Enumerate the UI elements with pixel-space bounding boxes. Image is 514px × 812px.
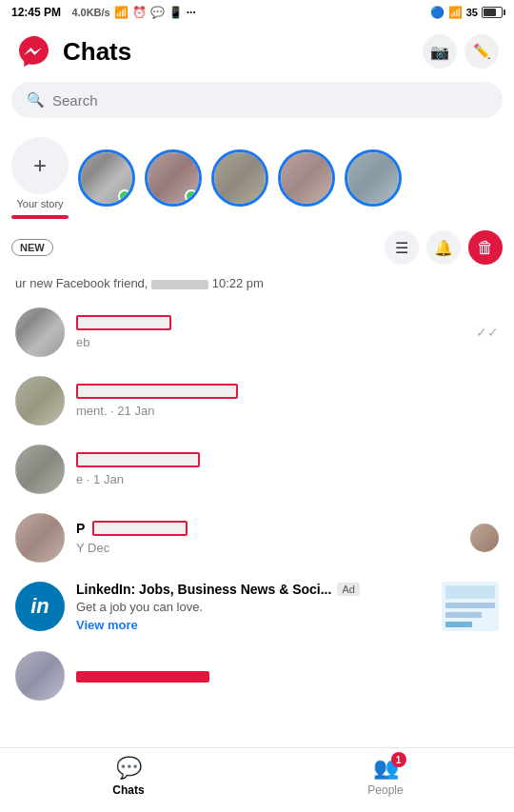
- chat-avatar: [15, 651, 65, 701]
- ad-info: LinkedIn: Jobs, Business News & Soci... …: [76, 582, 430, 632]
- redacted-chat-name: [76, 671, 209, 683]
- chat-avatar: [15, 376, 65, 426]
- redacted-chat-name: [76, 384, 238, 399]
- status-icons: 🔵 📶 35: [430, 6, 503, 19]
- chat-name-row: P: [76, 521, 459, 536]
- header-left: Chats: [15, 32, 131, 70]
- chat-info: eb: [76, 315, 465, 350]
- delete-icon: 🗑: [477, 238, 494, 258]
- search-bar[interactable]: 🔍: [11, 82, 503, 118]
- story-item[interactable]: [211, 149, 268, 207]
- story-avatar: [278, 149, 335, 207]
- chat-item[interactable]: P Y Dec: [8, 504, 506, 572]
- ad-image-svg: [442, 582, 499, 631]
- edit-button[interactable]: ✏️: [465, 34, 499, 69]
- delete-button[interactable]: 🗑: [468, 230, 503, 265]
- story-avatar: [145, 149, 202, 207]
- story-avatar: [78, 149, 135, 207]
- chats-icon: 💬: [116, 756, 142, 781]
- chat-meta: Y Dec: [76, 541, 109, 555]
- tab-chats[interactable]: 💬 Chats: [90, 756, 167, 797]
- header: Chats 📷 ✏️: [0, 25, 514, 82]
- people-badge: 1: [391, 752, 406, 767]
- your-story[interactable]: + Your story: [11, 137, 69, 219]
- tab-people[interactable]: 👥 1 People: [347, 756, 424, 797]
- chat-info: P Y Dec: [76, 521, 459, 556]
- svg-rect-4: [445, 612, 482, 618]
- story-item[interactable]: [78, 149, 135, 207]
- chat-meta: eb: [76, 335, 89, 349]
- chat-avatar: [15, 445, 65, 494]
- ad-item: in LinkedIn: Jobs, Business News & Soci.…: [8, 572, 506, 642]
- online-indicator: [118, 189, 131, 203]
- filter-icon: ☰: [395, 239, 408, 257]
- chat-info: e · 1 Jan: [76, 452, 499, 487]
- notification-button[interactable]: 🔔: [426, 230, 461, 265]
- story-item[interactable]: [278, 149, 335, 207]
- camera-icon: 📷: [430, 43, 449, 61]
- story-progress-bar: [11, 215, 69, 219]
- ad-view-more-link[interactable]: View more: [76, 618, 430, 632]
- redacted-chat-name: [92, 521, 188, 536]
- new-badge: NEW: [11, 239, 53, 256]
- messenger-logo-icon: [15, 32, 53, 70]
- new-friend-notification: ur new Facebook friend, 10:22 pm: [0, 272, 514, 298]
- story-item[interactable]: [345, 149, 402, 207]
- add-story-button[interactable]: +: [11, 137, 69, 194]
- chat-item[interactable]: eb ✓✓: [8, 298, 506, 366]
- story-avatar: [211, 149, 268, 207]
- chat-name-row: [76, 667, 499, 683]
- chat-name-row: [76, 452, 499, 467]
- chat-avatar: [15, 513, 65, 563]
- action-icons: ☰ 🔔 🗑: [385, 230, 503, 265]
- search-icon: 🔍: [27, 91, 45, 109]
- new-badge-row: NEW ☰ 🔔 🗑: [0, 227, 514, 272]
- bell-icon: 🔔: [434, 239, 453, 257]
- redacted-name: [151, 280, 208, 289]
- filter-button[interactable]: ☰: [385, 230, 419, 265]
- ad-subtitle: Get a job you can love.: [76, 600, 430, 614]
- status-bar: 12:45 PM 4.0KB/s 📶 ⏰ 💬 📱 ··· 🔵 📶 35: [0, 0, 514, 25]
- linkedin-logo: in: [15, 582, 65, 631]
- online-indicator: [185, 189, 198, 203]
- svg-rect-2: [445, 585, 495, 599]
- chat-name-row: [76, 315, 465, 330]
- chat-item[interactable]: e · 1 Jan: [8, 435, 506, 504]
- ad-image: [442, 582, 499, 631]
- chat-name-row: [76, 384, 499, 399]
- read-tick: ✓✓: [476, 325, 499, 340]
- chat-info: [76, 667, 499, 685]
- people-tab-label: People: [367, 783, 403, 797]
- chat-info: ment. · 21 Jan: [76, 384, 499, 419]
- chat-meta: ment. · 21 Jan: [76, 404, 154, 418]
- story-avatar: [345, 149, 402, 207]
- pencil-icon: ✏️: [473, 43, 491, 60]
- page-title: Chats: [63, 37, 131, 67]
- ad-title-row: LinkedIn: Jobs, Business News & Soci... …: [76, 582, 430, 597]
- chat-meta: e · 1 Jan: [76, 472, 124, 486]
- redacted-chat-name: [76, 452, 200, 467]
- camera-button[interactable]: 📷: [423, 34, 457, 69]
- svg-rect-5: [445, 622, 472, 627]
- search-input[interactable]: [52, 92, 487, 109]
- battery-icon: [482, 7, 503, 18]
- chat-item[interactable]: [8, 642, 506, 710]
- svg-rect-3: [445, 603, 495, 608]
- chat-list: eb ✓✓ ment. · 21 Jan e · 1 Jan: [0, 298, 514, 710]
- chat-media-thumb: [470, 524, 499, 552]
- chat-item[interactable]: ment. · 21 Jan: [8, 366, 506, 435]
- chat-avatar: [15, 307, 65, 357]
- bottom-navigation: 💬 Chats 👥 1 People: [0, 747, 514, 812]
- stories-row: + Your story: [0, 129, 514, 227]
- status-time: 12:45 PM 4.0KB/s 📶 ⏰ 💬 📱 ···: [11, 6, 196, 19]
- ad-title: LinkedIn: Jobs, Business News & Soci...: [76, 582, 331, 597]
- redacted-chat-name: [76, 315, 171, 330]
- story-item[interactable]: [145, 149, 202, 207]
- people-icon: 👥 1: [373, 756, 399, 781]
- chats-tab-label: Chats: [112, 783, 144, 797]
- ad-badge: Ad: [337, 583, 359, 596]
- header-action-icons: 📷 ✏️: [423, 34, 499, 69]
- your-story-label: Your story: [16, 198, 63, 209]
